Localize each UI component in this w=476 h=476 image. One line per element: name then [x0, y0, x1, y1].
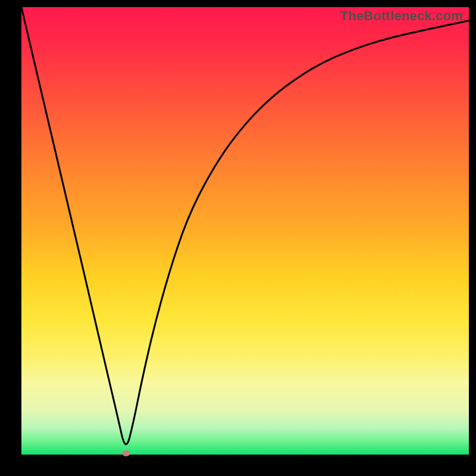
optimum-marker	[122, 450, 130, 456]
chart-frame: TheBottleneck.com	[0, 0, 476, 476]
bottleneck-curve	[21, 7, 469, 455]
plot-area: TheBottleneck.com	[21, 7, 469, 455]
